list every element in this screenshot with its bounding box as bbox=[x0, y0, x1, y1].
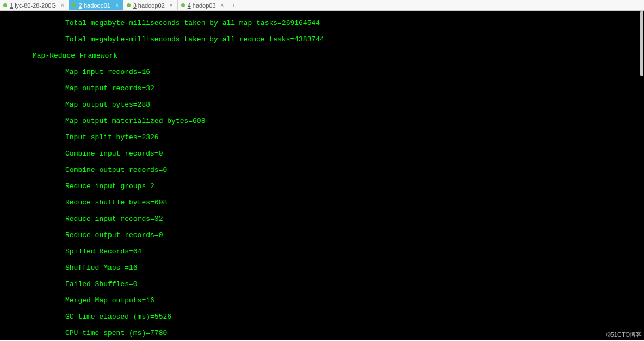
tab-num: 1 bbox=[10, 2, 13, 9]
term-line: Reduce input groups=2 bbox=[0, 182, 644, 190]
add-tab-button[interactable]: + bbox=[228, 0, 238, 10]
status-dot-icon bbox=[3, 3, 7, 7]
status-dot-icon bbox=[72, 3, 76, 7]
term-line: Map output records=32 bbox=[0, 84, 644, 92]
tab-bar: 1 lyc-80-28-200G × 2 hadoop01 × 3 hadoop… bbox=[0, 0, 644, 11]
term-line: Spilled Records=64 bbox=[0, 247, 644, 256]
term-line: Combine input records=0 bbox=[0, 150, 644, 158]
tab-num: 4 bbox=[188, 2, 191, 9]
term-line: CPU time spent (ms)=7780 bbox=[0, 329, 644, 337]
tab-label: hadoop01 bbox=[84, 2, 110, 9]
tab-label: hadop03 bbox=[193, 2, 216, 9]
close-icon[interactable]: × bbox=[221, 2, 224, 8]
tab-label: lyc-80-28-200G bbox=[15, 2, 56, 9]
tab-num: 3 bbox=[133, 2, 137, 9]
term-line: Reduce output records=0 bbox=[0, 231, 644, 239]
tab-hadoop01[interactable]: 2 hadoop01 × bbox=[69, 0, 123, 10]
term-line: GC time elapsed (ms)=5526 bbox=[0, 313, 644, 321]
close-icon[interactable]: × bbox=[115, 2, 119, 8]
term-line: Reduce input records=32 bbox=[0, 215, 644, 223]
close-icon[interactable]: × bbox=[61, 2, 64, 8]
term-line: Failed Shuffles=0 bbox=[0, 280, 644, 288]
term-line: Shuffled Maps =16 bbox=[0, 264, 644, 272]
term-line: Map input records=16 bbox=[0, 68, 644, 76]
tab-hadoop02[interactable]: 3 hadoop02 × bbox=[123, 0, 178, 10]
term-line: Map output bytes=288 bbox=[0, 101, 644, 109]
tab-label: hadoop02 bbox=[138, 2, 165, 9]
tab-hadop03[interactable]: 4 hadop03 × bbox=[178, 0, 229, 10]
tab-lyc[interactable]: 1 lyc-80-28-200G × bbox=[0, 0, 69, 10]
term-section: Map-Reduce Framework bbox=[0, 52, 644, 60]
term-line: Map output materialized bytes=608 bbox=[0, 117, 644, 125]
tab-num: 2 bbox=[79, 2, 82, 9]
term-line: Input split bytes=2326 bbox=[0, 133, 644, 141]
close-icon[interactable]: × bbox=[170, 2, 173, 8]
term-line: Merged Map outputs=16 bbox=[0, 296, 644, 305]
terminal-output[interactable]: Total megabyte-milliseconds taken by all… bbox=[0, 11, 644, 340]
watermark: ©51CTO博客 bbox=[606, 331, 642, 339]
term-line: Reduce shuffle bytes=608 bbox=[0, 199, 644, 207]
term-line: Combine output records=0 bbox=[0, 166, 644, 174]
term-line: Total megabyte-milliseconds taken by all… bbox=[0, 35, 644, 44]
status-dot-icon bbox=[127, 3, 131, 7]
status-dot-icon bbox=[181, 3, 185, 7]
term-line: Total megabyte-milliseconds taken by all… bbox=[0, 19, 644, 27]
scrollbar-thumb[interactable] bbox=[640, 11, 643, 76]
